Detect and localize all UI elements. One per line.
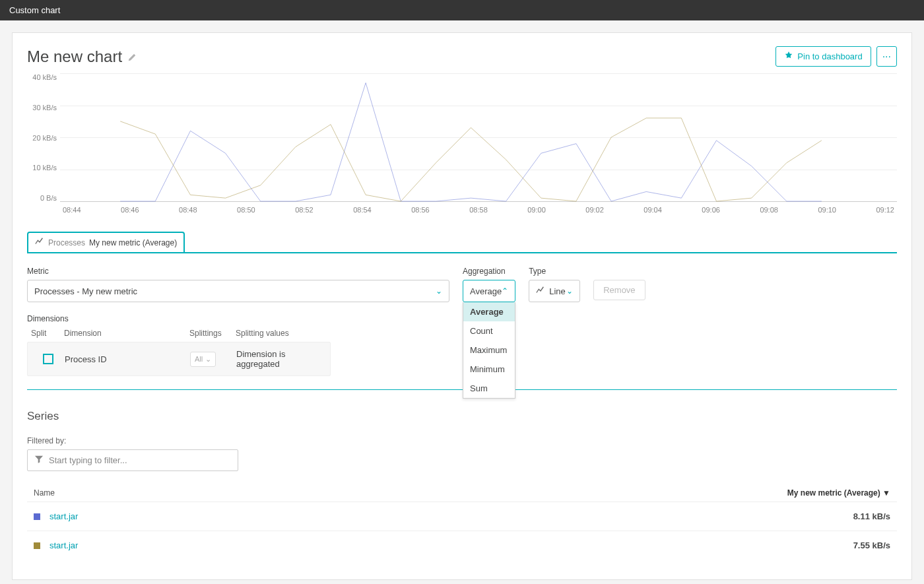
aggregation-option[interactable]: Average [463,302,515,321]
y-tick: 0 B/s [27,194,57,202]
pin-to-dashboard-button[interactable]: Pin to dashboard [776,46,871,67]
chevron-up-icon: ⌃ [502,286,508,296]
splittings-select[interactable]: All⌄ [190,352,216,367]
y-tick: 30 kB/s [27,104,57,112]
aggregation-value: Average [470,286,502,296]
chart-card: Me new chart Pin to dashboard ··· 40 kB/… [12,32,912,580]
tab-group-label: Processes [48,238,85,247]
filter-label: Filtered by: [27,436,897,445]
tab-metric-label: My new metric (Average) [89,238,177,247]
series-swatch [34,542,40,549]
col-splittings: Splittings [189,329,236,338]
line-icon [35,237,44,248]
x-tick: 09:06 [702,206,720,214]
aggregation-option[interactable]: Count [463,321,515,341]
series-col-name[interactable]: Name [34,488,55,498]
x-tick: 08:50 [237,206,255,214]
aggregation-label: Aggregation [463,267,515,276]
x-axis-labels: 08:4408:4608:4808:5008:5208:5408:5608:58… [60,206,897,214]
y-tick: 10 kB/s [27,164,57,172]
series-line [120,118,822,201]
filter-placeholder: Start typing to filter... [49,455,127,465]
x-tick: 08:48 [179,206,197,214]
x-tick: 08:54 [353,206,372,214]
edit-title-icon[interactable] [127,48,137,66]
dimension-row: Process ID All⌄ Dimension is aggregated [27,342,331,376]
type-value: Line [549,286,566,296]
pin-icon [784,51,793,62]
chevron-down-icon: ⌄ [436,286,442,296]
series-name-link[interactable]: start.jar [50,540,78,550]
type-select[interactable]: Line ⌄ [529,280,580,302]
series-value: 7.55 kB/s [853,540,890,550]
chevron-down-icon: ⌄ [205,355,211,364]
aggregation-option[interactable]: Maximum [463,341,515,360]
page-title: Me new chart [27,48,137,66]
series-name-link[interactable]: start.jar [50,511,78,521]
metric-label: Metric [27,267,449,276]
aggregation-select[interactable]: Average ⌃ [463,280,515,302]
x-tick: 08:58 [469,206,488,214]
series-row: start.jar7.55 kB/s [27,531,897,560]
split-checkbox[interactable] [43,354,53,364]
splitting-values-text: Dimension is aggregated [236,349,326,369]
metric-select-value: Processes - My new metric [34,286,137,296]
aggregation-option[interactable]: Sum [463,379,515,398]
y-tick: 20 kB/s [27,134,57,142]
dimension-name: Process ID [65,354,190,364]
chart-title-text: Me new chart [27,48,122,66]
x-tick: 08:46 [121,206,139,214]
dimensions-label: Dimensions [27,314,331,323]
series-value: 8.11 kB/s [853,511,890,521]
topbar: Custom chart [0,0,924,20]
x-tick: 09:04 [644,206,662,214]
series-line [120,83,822,201]
section-divider [27,389,897,390]
y-axis-labels: 40 kB/s30 kB/s20 kB/s10 kB/s0 B/s [27,73,57,202]
x-tick: 08:52 [295,206,314,214]
x-tick: 08:56 [411,206,430,214]
col-dimension: Dimension [64,329,189,338]
x-tick: 09:02 [585,206,604,214]
series-swatch [34,513,40,520]
filter-input[interactable]: Start typing to filter... [27,449,238,471]
metric-select[interactable]: Processes - My new metric ⌄ [27,280,449,302]
aggregation-dropdown: AverageCountMaximumMinimumSum [463,302,515,399]
line-icon [536,286,545,297]
topbar-title: Custom chart [9,5,60,15]
col-split: Split [31,329,64,338]
col-splitting-values: Splitting values [236,329,327,338]
series-heading: Series [27,410,897,423]
filter-icon [34,455,44,466]
pin-label: Pin to dashboard [797,51,862,61]
x-tick: 09:10 [818,206,836,214]
remove-button[interactable]: Remove [593,280,645,300]
x-tick: 08:44 [63,206,81,214]
series-row: start.jar8.11 kB/s [27,502,897,531]
plot-canvas [60,73,897,201]
aggregation-option[interactable]: Minimum [463,360,515,379]
more-actions-button[interactable]: ··· [876,46,897,67]
x-tick: 09:12 [876,206,894,214]
type-label: Type [529,267,580,276]
metric-tab[interactable]: Processes My new metric (Average) [27,232,185,253]
chevron-down-icon: ⌄ [566,286,573,296]
chart-plot: 40 kB/s30 kB/s20 kB/s10 kB/s0 B/s 08:440… [60,73,897,218]
x-tick: 09:00 [527,206,546,214]
y-tick: 40 kB/s [27,73,57,81]
series-col-metric[interactable]: My new metric (Average) ▼ [787,488,890,498]
x-tick: 09:08 [760,206,778,214]
